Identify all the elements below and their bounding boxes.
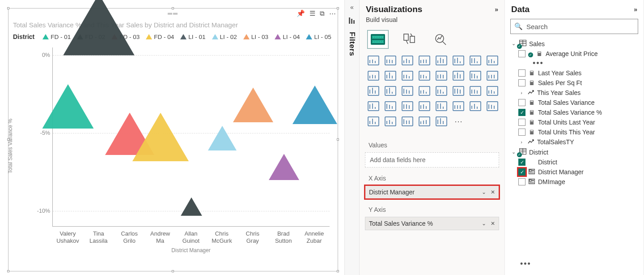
viz-type-automate[interactable] — [435, 116, 448, 127]
viz-type-paginated[interactable] — [384, 116, 397, 127]
viz-type-multi-row-card[interactable] — [486, 85, 499, 97]
legend-item[interactable]: LI - 03 — [243, 34, 268, 40]
visual-frame[interactable]: ══ 📌 ☰ ⧉ ⋯ Total Sales Variance % and Th… — [8, 8, 338, 271]
viz-type-filled-map[interactable] — [418, 85, 431, 97]
yaxis-field-total-sales-variance-pct[interactable]: Total Sales Variance % ⌄✕ — [365, 217, 499, 230]
viz-type-q-and-a[interactable] — [486, 100, 499, 112]
data-point[interactable] — [233, 88, 273, 124]
legend-item[interactable]: LI - 05 — [306, 34, 331, 40]
more-options-icon[interactable]: ••• — [516, 258, 536, 271]
data-point[interactable] — [42, 84, 94, 130]
chevron-down-icon[interactable]: ⌄ — [510, 149, 517, 155]
table-sales[interactable]: ⌄ ✓ Sales — [509, 39, 640, 49]
field-remove-icon[interactable]: ✕ — [491, 220, 495, 227]
field-checkbox[interactable] — [518, 79, 525, 86]
field-checkbox[interactable]: ✓ — [518, 109, 525, 116]
drag-grip-icon[interactable]: ══ — [168, 12, 178, 15]
legend-item[interactable]: LI - 01 — [180, 34, 205, 40]
values-well-dropzone[interactable]: Add data fields here — [365, 152, 499, 168]
viz-type-stacked-column-100[interactable] — [452, 55, 465, 66]
data-point[interactable] — [269, 154, 299, 181]
viz-type-slicer[interactable] — [384, 100, 397, 112]
field-checkbox[interactable] — [518, 50, 525, 57]
field-row[interactable]: 🖩Sales Per Sq Ft — [517, 78, 640, 88]
viz-type-clustered-bar[interactable] — [384, 55, 397, 66]
field-row[interactable]: ✓District — [517, 157, 640, 167]
field-dropdown-icon[interactable]: ⌄ — [482, 189, 486, 195]
viz-type-funnel[interactable] — [452, 70, 465, 82]
field-row[interactable]: 🖩Total Sales Variance — [517, 98, 640, 107]
pin-icon[interactable]: 📌 — [297, 9, 305, 17]
field-row[interactable]: ✓District Manager — [517, 167, 640, 177]
viz-type-py-visual[interactable] — [452, 100, 465, 112]
viz-type-scatter-chart[interactable] — [469, 70, 482, 82]
field-row[interactable]: 🖩Total Units This Year — [517, 127, 640, 137]
field-checkbox[interactable]: ✓ — [518, 168, 525, 176]
legend-item[interactable]: LI - 02 — [212, 34, 237, 40]
viz-type-stacked-bar[interactable] — [367, 55, 380, 66]
more-visuals-icon[interactable]: ⋯ — [452, 116, 465, 127]
field-checkbox[interactable] — [518, 69, 525, 77]
viz-type-decomp-tree[interactable] — [367, 116, 380, 127]
field-more-icon[interactable]: ••• — [528, 59, 640, 68]
more-icon[interactable]: ⋯ — [329, 9, 336, 17]
data-point[interactable] — [181, 198, 202, 217]
filter-icon[interactable]: ☰ — [309, 9, 315, 17]
field-row[interactable]: 🖩Last Year Sales — [517, 68, 640, 78]
table-district[interactable]: ⌄ ✓ District — [509, 147, 640, 157]
field-row[interactable]: ›TotalSalesTY — [517, 137, 640, 147]
viz-type-stacked-bar-100[interactable] — [401, 55, 414, 66]
viz-type-r-visual[interactable] — [435, 100, 448, 112]
viz-type-line-stacked[interactable] — [401, 70, 414, 82]
viz-type-map[interactable] — [401, 85, 414, 97]
viz-type-key-influencers[interactable] — [469, 100, 482, 112]
resize-handle[interactable] — [172, 270, 174, 272]
legend-item[interactable]: FD - 04 — [146, 34, 174, 40]
resize-handle[interactable] — [337, 270, 339, 272]
viz-type-matrix[interactable] — [418, 100, 431, 112]
viz-type-line-clustered[interactable] — [384, 70, 397, 82]
expand-filters-icon[interactable]: « — [350, 4, 354, 11]
field-checkbox[interactable] — [518, 119, 525, 126]
filters-pane-collapsed[interactable]: « Filters — [344, 0, 360, 275]
field-checkbox[interactable] — [518, 129, 525, 136]
viz-type-stacked-column[interactable] — [435, 55, 448, 66]
field-row[interactable]: ✓🖩Average Unit Price — [517, 49, 640, 59]
chevron-right-icon[interactable]: › — [518, 90, 525, 95]
viz-type-arcgis[interactable] — [401, 116, 414, 127]
viz-type-powerapps[interactable] — [418, 116, 431, 127]
xaxis-field-district-manager[interactable]: District Manager ⌄✕ — [365, 185, 499, 199]
viz-type-stacked-area[interactable] — [367, 70, 380, 82]
viz-type-table[interactable] — [401, 100, 414, 112]
collapse-data-icon[interactable]: » — [634, 6, 637, 13]
chart-plot-area[interactable]: 0%-5%-10% — [52, 47, 330, 227]
fields-tab[interactable] — [368, 30, 388, 48]
field-checkbox[interactable] — [518, 99, 525, 106]
field-checkbox[interactable]: ✓ — [518, 159, 525, 166]
collapse-viz-icon[interactable]: » — [495, 6, 498, 13]
analytics-tab[interactable] — [430, 30, 451, 48]
viz-type-line[interactable] — [469, 55, 482, 66]
search-input[interactable]: 🔍 Search — [510, 19, 638, 34]
viz-type-ribbon[interactable] — [418, 70, 431, 82]
chevron-right-icon[interactable]: › — [518, 139, 525, 145]
data-point[interactable] — [132, 113, 189, 163]
field-row[interactable]: DMImage — [517, 177, 640, 187]
viz-type-donut[interactable] — [367, 85, 380, 97]
viz-type-pie[interactable] — [486, 70, 499, 82]
data-point[interactable] — [63, 0, 135, 57]
field-dropdown-icon[interactable]: ⌄ — [482, 220, 486, 227]
data-point[interactable] — [292, 86, 337, 125]
viz-type-clustered-column[interactable] — [418, 55, 431, 66]
viz-type-shape-map[interactable] — [435, 85, 448, 97]
viz-type-card[interactable] — [469, 85, 482, 97]
viz-type-kpi[interactable] — [367, 100, 380, 112]
focus-icon[interactable]: ⧉ — [320, 9, 325, 17]
viz-type-treemap[interactable] — [384, 85, 397, 97]
resize-handle[interactable] — [7, 270, 9, 272]
report-canvas[interactable]: ══ 📌 ☰ ⧉ ⋯ Total Sales Variance % and Th… — [0, 0, 344, 275]
viz-type-waterfall[interactable] — [435, 70, 448, 82]
viz-type-area[interactable] — [486, 55, 499, 66]
field-row[interactable]: ✓🖩Total Sales Variance % — [517, 107, 640, 117]
field-remove-icon[interactable]: ✕ — [491, 189, 495, 195]
